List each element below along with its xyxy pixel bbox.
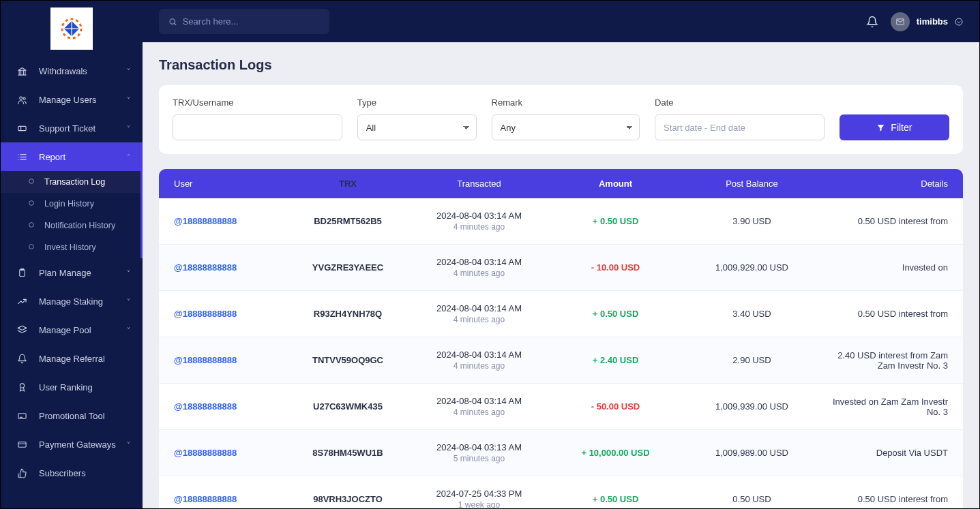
logo[interactable]: [50, 7, 93, 50]
sidebar-subitem-notification-history[interactable]: Notification History: [1, 215, 140, 236]
layers-icon: [16, 324, 28, 336]
amount-cell: + 0.50 USD: [552, 216, 679, 226]
bell-icon: [16, 352, 28, 365]
sidebar-item-label: Manage Referral: [39, 354, 105, 364]
sidebar-item-manage-users[interactable]: Manage Users˅: [1, 85, 143, 114]
tx-ago: 4 minutes ago: [406, 268, 552, 278]
filter-icon: [876, 123, 885, 132]
search-input[interactable]: [183, 16, 320, 27]
type-select[interactable]: All: [357, 114, 477, 140]
transacted-cell: 2024-08-04 03:14 AM4 minutes ago: [406, 396, 552, 417]
th-trx: TRX: [290, 179, 406, 189]
sidebar-item-subscribers[interactable]: Subscribers: [1, 459, 143, 487]
user-link[interactable]: @18888888888: [174, 401, 237, 412]
sidebar-item-support-ticket[interactable]: Support Ticket˅: [1, 114, 143, 142]
sidebar-item-label: Manage Staking: [39, 296, 103, 307]
transacted-cell: 2024-08-04 03:14 AM4 minutes ago: [406, 350, 552, 371]
details-cell: 0.50 USD interest from: [825, 309, 948, 319]
circle-icon: [28, 243, 38, 251]
notification-bell-icon[interactable]: [866, 16, 878, 28]
remark-label: Remark: [492, 97, 640, 108]
trx-input[interactable]: [173, 114, 342, 140]
remark-select[interactable]: Any: [492, 114, 640, 140]
table-row: @18888888888U27C63WMK4352024-08-04 03:14…: [159, 384, 963, 430]
search-box[interactable]: [159, 9, 329, 34]
amount-cell: + 0.50 USD: [552, 494, 679, 504]
content: Transaction Logs TRX/Username Type All R…: [143, 42, 979, 508]
user-link[interactable]: @18888888888: [174, 494, 237, 504]
tx-date: 2024-08-04 03:14 AM: [406, 211, 552, 221]
sidebar-subitem-login-history[interactable]: Login History: [1, 193, 140, 215]
sidebar-item-label: User Ranking: [39, 382, 93, 392]
tx-date: 2024-07-25 04:33 PM: [406, 489, 552, 499]
trx-label: TRX/Username: [173, 97, 342, 108]
sidebar-item-withdrawals[interactable]: Withdrawals˅: [1, 57, 143, 85]
tx-ago: 4 minutes ago: [406, 407, 552, 417]
thumb-icon: [16, 467, 28, 479]
tx-date: 2024-08-04 03:14 AM: [406, 396, 552, 406]
sidebar-item-label: Withdrawals: [39, 66, 87, 76]
tx-date: 2024-08-04 03:14 AM: [406, 350, 552, 360]
filter-button[interactable]: Filter: [840, 114, 949, 140]
svg-point-17: [29, 245, 34, 249]
user-link[interactable]: @18888888888: [174, 309, 237, 319]
sidebar-item-label: Plan Manage: [39, 268, 91, 278]
sidebar-subitem-invest-history[interactable]: Invest History: [1, 236, 140, 258]
sidebar-item-report[interactable]: Report˄: [1, 142, 143, 171]
svg-point-15: [29, 201, 34, 206]
sidebar-item-plan-manage[interactable]: Plan Manage˅: [1, 258, 143, 287]
sidebar-item-manage-pool[interactable]: Manage Pool˅: [1, 315, 143, 344]
svg-point-16: [29, 223, 34, 228]
tx-ago: 4 minutes ago: [406, 361, 552, 371]
svg-marker-20: [18, 326, 27, 330]
trx-code: YVGZRE3YAEEC: [290, 262, 406, 273]
svg-point-5: [23, 97, 25, 99]
transacted-cell: 2024-08-04 03:14 AM4 minutes ago: [406, 303, 552, 324]
date-input[interactable]: [655, 114, 825, 140]
filter-panel: TRX/Username Type All Remark Any Date: [159, 85, 963, 154]
sidebar-item-user-ranking[interactable]: User Ranking: [1, 373, 143, 401]
user-menu[interactable]: timibbs: [891, 12, 963, 31]
sidebar-item-label: Support Ticket: [39, 123, 95, 134]
sidebar-subitem-label: Notification History: [44, 221, 115, 230]
sidebar-item-label: Report: [39, 152, 65, 162]
th-balance: Post Balance: [679, 179, 825, 189]
list-icon: [16, 151, 28, 163]
sidebar-item-manage-staking[interactable]: Manage Staking˅: [1, 287, 143, 315]
sidebar-item-payment-gateways[interactable]: Payment Gateways˅: [1, 430, 143, 459]
amount-cell: + 2.40 USD: [552, 355, 679, 365]
chevron-down-icon: [955, 18, 963, 26]
medal-icon: [16, 381, 28, 393]
table-row: @18888888888R93ZH4YNH78Q2024-08-04 03:14…: [159, 291, 963, 337]
circle-icon: [28, 200, 38, 208]
user-link[interactable]: @18888888888: [174, 448, 237, 458]
table-row: @188888888888S78HM45WU1B2024-08-04 03:13…: [159, 430, 963, 476]
table-row: @18888888888TNTVV59OQ9GC2024-08-04 03:14…: [159, 337, 963, 384]
th-user: User: [174, 179, 290, 189]
table-row: @18888888888BD25RMT562B52024-08-04 03:14…: [159, 198, 963, 245]
ticket-icon: [16, 122, 28, 134]
trx-code: BD25RMT562B5: [290, 216, 406, 226]
trx-code: U27C63WMK435: [290, 401, 406, 412]
chevron-down-icon: ˅: [127, 67, 130, 75]
chevron-down-icon: ˅: [127, 96, 130, 104]
trx-code: 8S78HM45WU1B: [290, 448, 406, 458]
transactions-table: User TRX Transacted Amount Post Balance …: [159, 169, 963, 508]
th-transacted: Transacted: [406, 179, 552, 189]
table-row: @18888888888YVGZRE3YAEEC2024-08-04 03:14…: [159, 245, 963, 291]
chevron-up-icon: ˄: [127, 153, 130, 161]
transacted-cell: 2024-08-04 03:13 AM5 minutes ago: [406, 442, 552, 463]
username: timibbs: [917, 16, 948, 27]
user-link[interactable]: @18888888888: [174, 355, 237, 365]
sidebar-item-promotional-tool[interactable]: Promotional Tool: [1, 401, 143, 430]
user-link[interactable]: @18888888888: [174, 262, 237, 273]
sidebar-item-label: Payment Gateways: [39, 439, 116, 450]
user-link[interactable]: @18888888888: [174, 216, 237, 226]
avatar: [891, 12, 910, 31]
sidebar-subitem-transaction-log[interactable]: Transaction Log: [1, 171, 140, 193]
sidebar-item-label: Promotional Tool: [39, 411, 105, 421]
logo-icon: [58, 15, 85, 42]
balance-cell: 0.50 USD: [679, 494, 825, 504]
sidebar-item-manage-referral[interactable]: Manage Referral: [1, 344, 143, 373]
details-cell: 0.50 USD interest from: [825, 494, 948, 504]
